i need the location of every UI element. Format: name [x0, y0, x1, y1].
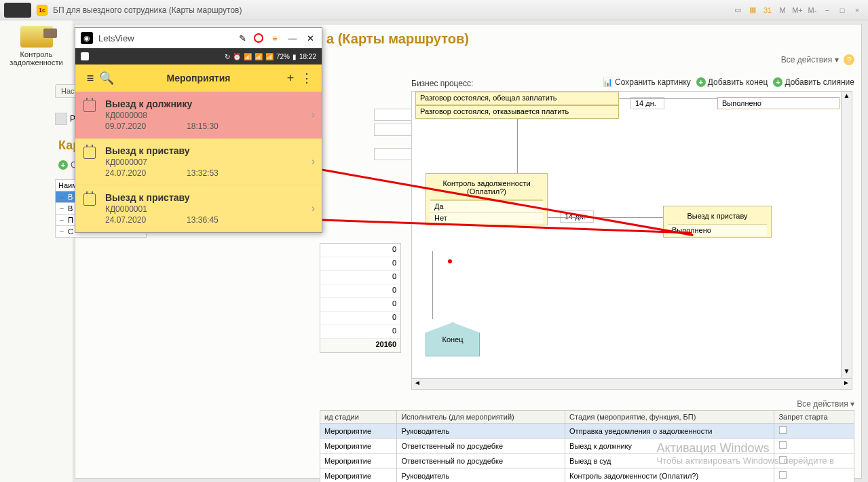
close-button[interactable]: ✕	[304, 32, 316, 44]
calendar-icon	[83, 100, 96, 112]
calendar-icon	[83, 193, 96, 206]
letsview-titlebar[interactable]: ◉ LetsView ✎ ≡ — ✕	[75, 28, 322, 48]
list-item[interactable]: Выезд к приставу КД0000001 24.07.202013:…	[75, 185, 322, 232]
titlebar-book-icon[interactable]: ▭	[731, 4, 744, 16]
settings-lines-icon[interactable]: ≡	[269, 32, 281, 44]
titlebar-m[interactable]: M	[776, 4, 789, 16]
num-cell: 0	[320, 271, 400, 284]
titlebar-maximize[interactable]: □	[835, 4, 849, 16]
flow-node-end[interactable]: Конец	[426, 322, 480, 356]
flow-option-no[interactable]: Нет	[430, 212, 543, 223]
table-row[interactable]: МероприятиеОтветственный по досудебкеВые…	[320, 453, 854, 468]
flowchart-canvas[interactable]: Разговор состоялся, обещал заплатить Раз…	[411, 91, 852, 390]
hamburger-icon[interactable]: ≡	[82, 71, 98, 86]
titlebar-calc-icon[interactable]: ▦	[746, 4, 759, 16]
titlebar-mplus[interactable]: M+	[791, 4, 804, 16]
number-column: 0 0 0 0 0 0 0 20160	[320, 243, 401, 353]
horizontal-scrollbar[interactable]: ◄ ►	[412, 378, 852, 389]
block-start-checkbox[interactable]	[779, 471, 787, 479]
flow-node-talk-pay[interactable]: Разговор состоялся, обещал заплатить	[415, 92, 619, 105]
scroll-down[interactable]: ▼	[842, 367, 852, 378]
col-block-start[interactable]: Запрет старта	[774, 411, 854, 424]
biz-process-label: Бизнес процесс:	[411, 79, 473, 88]
block-start-checkbox[interactable]	[779, 441, 787, 449]
scroll-left[interactable]: ◄	[412, 379, 423, 389]
table-row[interactable]: МероприятиеРуководительКонтроль задолжен…	[320, 468, 854, 483]
signal-icon: 📶	[265, 53, 273, 60]
window-title: БП для выездного сотрудника (Карты маршр…	[53, 5, 242, 15]
control-debts-button[interactable]: Контроль задолженности	[3, 23, 70, 69]
bottom-table: Все действия ▾ ид стадии Исполнитель (дл…	[320, 399, 854, 482]
titlebar-close[interactable]: ×	[850, 4, 864, 16]
chevron-right-icon: ›	[312, 155, 315, 168]
add-icon[interactable]: +	[282, 71, 299, 86]
wifi-icon: 📶	[244, 53, 252, 60]
page-icon-row: Р	[55, 113, 75, 125]
plus-icon: +	[58, 160, 68, 170]
add-merge-button[interactable]: +Добавить слияние	[773, 77, 854, 87]
record-icon[interactable]	[254, 33, 263, 43]
col-stage-type[interactable]: ид стадии	[320, 411, 397, 424]
num-cell: 0	[320, 312, 400, 325]
list-item[interactable]: Выезд к должнику КД0000008 09.07.202018:…	[75, 92, 322, 138]
sync-icon: ↻	[225, 53, 230, 60]
status-time: 18:22	[299, 53, 316, 60]
search-icon[interactable]: 🔍	[98, 71, 115, 86]
page-icon[interactable]	[55, 113, 67, 125]
biz-toolbar: 📊Сохранить картинку +Добавить конец +Доб…	[603, 77, 854, 87]
num-cell: 0	[320, 284, 400, 298]
chart-icon: 📊	[603, 77, 613, 87]
battery-icon: ▮	[293, 53, 297, 60]
table-row[interactable]: МероприятиеОтветственный по досудебкеВые…	[320, 439, 854, 453]
list-item[interactable]: Выезд к приставу КД0000007 24.07.202013:…	[75, 138, 322, 185]
page-title: а (Карты маршрутов)	[326, 31, 469, 47]
num-total: 20160	[320, 339, 400, 352]
block-start-checkbox[interactable]	[779, 426, 787, 434]
annotation-dot	[448, 259, 452, 263]
scroll-right[interactable]: ►	[841, 379, 852, 389]
scanner-icon	[4, 3, 31, 18]
col-stage[interactable]: Стадия (мероприятие, функция, БП)	[565, 411, 774, 424]
num-cell: 0	[320, 325, 400, 339]
minimize-button[interactable]: —	[286, 32, 299, 44]
brush-icon[interactable]: ✎	[236, 32, 248, 44]
num-cell: 0	[320, 298, 400, 312]
calendar-icon	[83, 147, 96, 159]
num-cell: 0	[320, 257, 400, 271]
status-checkbox-icon	[81, 52, 89, 60]
signal-icon: 📶	[254, 53, 263, 60]
all-actions-dropdown[interactable]: Все действия ▾ ?	[781, 54, 854, 65]
flow-connector	[432, 251, 433, 319]
more-icon[interactable]: ⋮	[299, 71, 315, 86]
letsview-window: ◉ LetsView ✎ ≡ — ✕ ↻ ⏰ 📶 📶 📶 72% ▮ 18:22…	[75, 27, 322, 233]
letsview-title: LetsView	[98, 33, 231, 43]
plus-icon: +	[773, 77, 782, 87]
add-end-button[interactable]: +Добавить конец	[696, 77, 768, 87]
all-actions-dropdown[interactable]: Все действия ▾	[320, 399, 854, 410]
onec-icon: 1c	[37, 5, 48, 16]
col-executor[interactable]: Исполнитель (для мероприятий)	[397, 411, 565, 424]
app-title: Мероприятия	[115, 73, 282, 84]
chevron-right-icon: ›	[312, 202, 315, 215]
save-picture-button[interactable]: 📊Сохранить картинку	[603, 77, 691, 87]
flow-node-done[interactable]: Выполнено	[717, 97, 839, 109]
money-icon	[20, 26, 53, 48]
titlebar-mminus[interactable]: M-	[806, 4, 819, 16]
alarm-icon: ⏰	[233, 53, 241, 60]
flow-node-talk-refuse[interactable]: Разговор состоялся, отказывается платить	[415, 105, 619, 119]
phone-status-bar: ↻ ⏰ 📶 📶 📶 72% ▮ 18:22	[75, 48, 322, 64]
table-row[interactable]: МероприятиеРуководительОтправка уведомле…	[320, 424, 854, 439]
scroll-up[interactable]: ▲	[842, 92, 852, 103]
vertical-scrollbar[interactable]: ▲ ▼	[841, 92, 852, 378]
titlebar-minimize[interactable]: −	[820, 4, 834, 16]
flow-connector	[619, 98, 717, 99]
flow-connector	[517, 119, 518, 173]
titlebar-calendar-icon[interactable]: 31	[761, 4, 774, 16]
window-titlebar: 1c БП для выездного сотрудника (Карты ма…	[0, 0, 868, 20]
chevron-right-icon: ›	[312, 109, 315, 121]
battery-percent: 72%	[276, 53, 290, 60]
num-cell: 0	[320, 244, 400, 257]
help-icon[interactable]: ?	[844, 54, 854, 65]
block-start-checkbox[interactable]	[779, 456, 787, 464]
app-header: ≡ 🔍 Мероприятия + ⋮	[75, 64, 322, 92]
